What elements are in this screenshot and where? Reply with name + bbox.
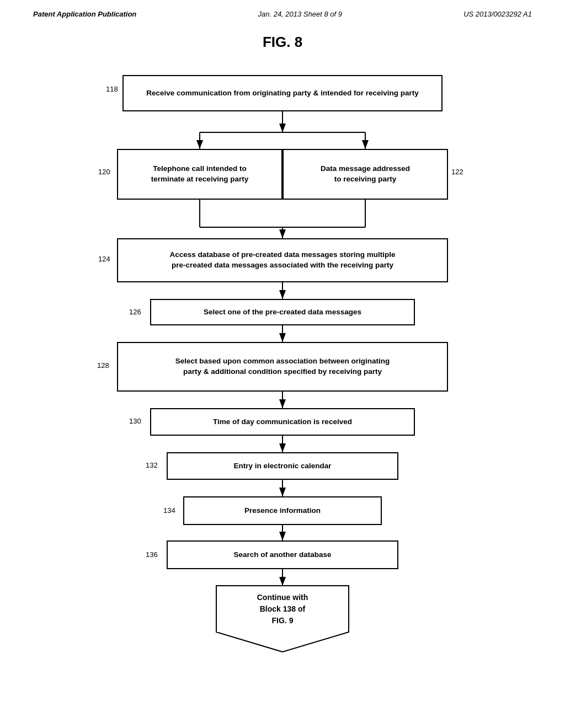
- label-136: 136: [146, 550, 158, 559]
- label-118: 118: [106, 85, 118, 93]
- node-128: Select based upon common association bet…: [117, 342, 448, 392]
- node-122: Data message addressed to receiving part…: [282, 149, 448, 200]
- terminal-text: Continue with Block 138 of FIG. 9: [257, 592, 308, 627]
- node-132: Entry in electronic calendar: [167, 452, 398, 480]
- label-134: 134: [163, 506, 175, 515]
- label-122: 122: [451, 168, 463, 176]
- header-patent-number: US 2013/0023292 A1: [463, 10, 532, 18]
- label-128: 128: [97, 361, 109, 370]
- figure-title: FIG. 8: [0, 34, 565, 51]
- label-124: 124: [98, 255, 110, 263]
- page-header: Patent Application Publication Jan. 24, …: [0, 0, 565, 24]
- label-130: 130: [129, 417, 141, 425]
- node-120: Telephone call intended to terminate at …: [117, 149, 282, 200]
- label-126: 126: [129, 308, 141, 316]
- header-publication: Patent Application Publication: [33, 10, 136, 18]
- header-date-sheet: Jan. 24, 2013 Sheet 8 of 9: [258, 10, 342, 18]
- svg-marker-16: [216, 586, 349, 652]
- terminal-node-svg: Continue with Block 138 of FIG. 9: [216, 586, 349, 652]
- flowchart-diagram: Receive communication from originating p…: [67, 67, 498, 690]
- label-132: 132: [146, 461, 158, 469]
- node-124: Access database of pre-created data mess…: [117, 238, 448, 282]
- label-120: 120: [98, 168, 110, 176]
- node-134: Presence information: [183, 496, 382, 525]
- node-118: Receive communication from originating p…: [122, 75, 443, 111]
- node-126: Select one of the pre-created data messa…: [150, 299, 415, 325]
- node-136: Search of another database: [167, 540, 398, 569]
- node-130: Time of day communication is received: [150, 408, 415, 436]
